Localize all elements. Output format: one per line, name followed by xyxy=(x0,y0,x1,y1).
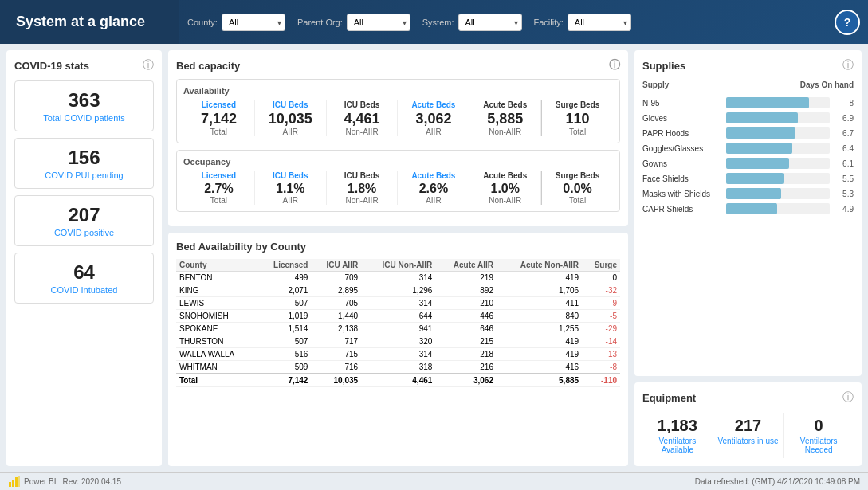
table-cell: 516 xyxy=(257,348,312,361)
system-select[interactable]: All xyxy=(458,14,522,31)
county-select-wrapper: All xyxy=(222,14,285,31)
equip-label: Ventilators Available xyxy=(646,437,709,454)
county-select[interactable]: All xyxy=(222,14,285,31)
table-cell: -8 xyxy=(582,361,620,374)
table-cell: WHITMAN xyxy=(176,361,257,374)
table-total-cell: 10,035 xyxy=(311,374,361,387)
help-button[interactable]: ? xyxy=(835,10,860,35)
supply-bar xyxy=(726,112,798,123)
occupancy-title: Occupancy xyxy=(183,157,613,167)
avail-col-sub: AIIR xyxy=(259,196,322,205)
table-cell: 219 xyxy=(435,272,497,284)
table-total-cell: 5,885 xyxy=(497,374,582,387)
county-th: ICU AIIR xyxy=(311,259,361,272)
avail-col-sub: AIIR xyxy=(259,127,322,136)
supply-bar-container xyxy=(726,188,830,199)
svg-rect-1 xyxy=(12,480,14,487)
supply-row: Masks with Shields 5.3 xyxy=(642,188,854,199)
county-th: Surge xyxy=(582,259,620,272)
table-cell: -9 xyxy=(582,297,620,310)
covid-stats-info-icon[interactable]: ⓘ xyxy=(143,58,154,73)
avail-col-sub: Total xyxy=(187,127,250,136)
table-cell: 314 xyxy=(361,348,435,361)
footer-refresh: Data refreshed: (GMT) 4/21/2020 10:49:08… xyxy=(695,477,860,486)
table-cell: -29 xyxy=(582,323,620,335)
avail-col-label: Acute Beds xyxy=(402,171,465,180)
avail-col-label: ICU Beds xyxy=(259,171,322,180)
table-cell: 314 xyxy=(361,272,435,284)
svg-rect-2 xyxy=(15,477,18,487)
avail-col-label: Licensed xyxy=(187,100,250,109)
avail-col-sub: AIIR xyxy=(402,196,465,205)
table-row: BENTON4997093142194190 xyxy=(176,272,620,284)
supply-row: N-95 8 xyxy=(642,97,854,108)
equip-col-0: 1,183 Ventilators Available xyxy=(642,413,713,458)
equipment-info-icon[interactable]: ⓘ xyxy=(842,390,854,405)
avail-col-sub: AIIR xyxy=(402,127,465,136)
facility-select[interactable]: All xyxy=(568,14,631,31)
avail-col-label: Acute Beds xyxy=(473,100,536,109)
supply-row: Gowns 6.1 xyxy=(642,158,854,169)
county-table-body: BENTON4997093142194190KING2,0712,8951,29… xyxy=(176,272,620,387)
table-row: LEWIS507705314210411-9 xyxy=(176,297,620,310)
stat-number: 156 xyxy=(23,147,145,169)
table-cell: 218 xyxy=(435,348,497,361)
stat-label: COVID PUI pending xyxy=(23,171,145,180)
table-cell: SPOKANE xyxy=(176,323,257,335)
avail-col-0: Licensed 2.7% Total xyxy=(183,171,255,205)
supply-row: CAPR Shields 4.9 xyxy=(642,203,854,214)
supply-value: 5.3 xyxy=(834,190,854,198)
occupancy-section: Occupancy Licensed 2.7% Total ICU Beds 1… xyxy=(176,150,620,212)
parent-org-select[interactable]: All xyxy=(347,14,410,31)
table-cell: 320 xyxy=(361,335,435,348)
avail-col-sub: Total xyxy=(546,127,609,136)
table-cell: 941 xyxy=(361,323,435,335)
header: System at a glance County: All Parent Or… xyxy=(0,0,868,44)
avail-col-sub: Non-AIIR xyxy=(331,127,394,136)
county-th: Licensed xyxy=(257,259,312,272)
stat-label: COVID Intubated xyxy=(23,285,145,295)
main-content: COVID-19 stats ⓘ 363 Total COVID patient… xyxy=(0,44,868,472)
avail-col-value: 1.0% xyxy=(473,182,536,196)
table-cell: 892 xyxy=(435,284,497,297)
supply-bar xyxy=(726,188,781,199)
table-cell: BENTON xyxy=(176,272,257,284)
supply-name: Gowns xyxy=(642,159,722,168)
table-cell: 411 xyxy=(497,297,582,310)
table-total-cell: 7,142 xyxy=(257,374,312,387)
stat-label: Total COVID patients xyxy=(23,113,145,123)
avail-col-label: ICU Beds xyxy=(331,100,394,109)
county-table: CountyLicensedICU AIIRICU Non-AIIRAcute … xyxy=(176,259,620,387)
stat-number: 64 xyxy=(23,261,145,284)
avail-col-0: Licensed 7,142 Total xyxy=(183,100,255,136)
avail-col-sub: Non-AIIR xyxy=(473,196,536,205)
covid-stats-panel: COVID-19 stats ⓘ 363 Total COVID patient… xyxy=(6,50,162,466)
county-table-header: CountyLicensedICU AIIRICU Non-AIIRAcute … xyxy=(176,259,620,272)
table-cell: 1,514 xyxy=(257,323,312,335)
supply-row: Goggles/Glasses 6.4 xyxy=(642,143,854,154)
avail-col-1: ICU Beds 10,035 AIIR xyxy=(255,100,327,136)
avail-col-sub: Total xyxy=(187,196,250,205)
table-cell: 419 xyxy=(497,272,582,284)
powerbi-logo: Power BI xyxy=(8,476,57,488)
avail-col-label: Acute Beds xyxy=(402,100,465,109)
table-cell: 446 xyxy=(435,310,497,323)
table-row: KING2,0712,8951,2968921,706-32 xyxy=(176,284,620,297)
equipment-title: Equipment xyxy=(642,392,696,404)
table-row: SNOHOMISH1,0191,440644446840-5 xyxy=(176,310,620,323)
supply-bar xyxy=(726,127,795,139)
table-cell: 1,296 xyxy=(361,284,435,297)
county-filter-group: County: All xyxy=(187,14,285,31)
table-row: SPOKANE1,5142,1389416461,255-29 xyxy=(176,323,620,335)
svg-rect-3 xyxy=(18,476,20,487)
table-total-cell: 3,062 xyxy=(435,374,497,387)
table-cell: 2,071 xyxy=(257,284,312,297)
avail-col-label: ICU Beds xyxy=(331,171,394,180)
supplies-info-icon[interactable]: ⓘ xyxy=(842,58,854,73)
supply-bars: N-95 8 Gloves 6.9 PAPR Hoods 6.7 Goggles… xyxy=(642,97,854,214)
supply-bar-container xyxy=(726,173,830,184)
availability-title: Availability xyxy=(183,86,613,96)
bed-capacity-info-icon[interactable]: ⓘ xyxy=(609,58,620,73)
footer: Power BI Rev: 2020.04.15 Data refreshed:… xyxy=(0,472,868,490)
supply-bar-container xyxy=(726,143,830,154)
